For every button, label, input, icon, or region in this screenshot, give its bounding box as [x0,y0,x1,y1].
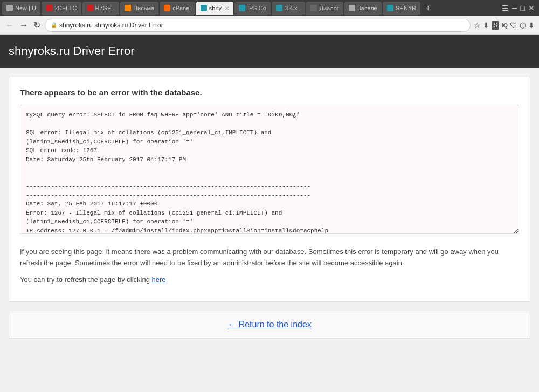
tab-34x-label: 3.4.x - [285,5,301,11]
tab-dialog[interactable]: Диалог [306,2,343,15]
toolbar-icons: ☆ ⬇ S IQ 🛡 ⬡ ⬇ [474,21,535,30]
tab-shnyr-label: SHNYR [396,5,417,11]
shield-icon[interactable]: 🛡 [510,21,517,30]
url-bar[interactable]: 🔒 shnyroks.ru shnyroks.ru Driver Error [45,19,471,32]
return-to-index-link[interactable]: ← Return to the index [227,320,312,329]
page-title: shnyroks.ru Driver Error [9,44,134,58]
tab-shny-label: shny [209,5,222,11]
menu-icon[interactable]: ☰ [502,4,509,12]
tab-ips[interactable]: IPS Co [234,2,271,15]
return-link-text: Return to the index [239,320,312,329]
tab-34x[interactable]: 3.4.x - [272,2,306,15]
tab-ips-label: IPS Co [247,5,266,11]
iq-icon[interactable]: IQ [501,22,508,29]
tab-2cellc-label: 2CELLC [54,5,77,11]
tab-2cellc[interactable]: 2CELLC [42,2,81,15]
tab-shny-close[interactable]: ✕ [225,5,229,11]
forward-button[interactable]: → [18,19,29,31]
return-section: ← Return to the index [9,311,530,339]
return-arrow-icon: ← [227,320,236,329]
new-tab-button[interactable]: + [421,2,434,15]
close-button[interactable]: ✕ [528,4,535,12]
browser-chrome: New | U 2CELLC R7GE - Письма cPanel shny… [0,0,539,35]
url-text: shnyroks.ru shnyroks.ru Driver Error [59,22,163,29]
tab-dialog-label: Диалог [319,5,338,11]
minimize-button[interactable]: ─ [512,4,517,12]
error-log-textarea[interactable] [20,105,519,234]
page-header: shnyroks.ru Driver Error [0,35,539,68]
tab-shny[interactable]: shny ✕ [196,2,233,15]
tab-pisma-label: Письма [133,5,154,11]
description-paragraph-2: You can try to refresh the page by click… [20,274,519,286]
main-error-section: There appears to be an error with the da… [9,77,530,302]
url-favicon: 🔒 [51,22,57,28]
download-arrow-icon[interactable]: ⬇ [483,21,489,30]
extension-icon[interactable]: ⬡ [520,21,526,30]
tab-r7ge-label: R7GE - [95,5,115,11]
error-description: If you are seeing this page, it means th… [20,246,519,285]
error-heading: There appears to be an error with the da… [20,88,519,97]
tab-cpanel-label: cPanel [172,5,191,11]
tab-zayav[interactable]: Заявле [344,2,382,15]
download-manager-icon[interactable]: ⬇ [528,21,535,30]
tab-pisma[interactable]: Письма [120,2,158,15]
tab-cpanel[interactable]: cPanel [160,2,195,15]
shieldsq-icon[interactable]: S [492,21,499,30]
tab-r7ge[interactable]: R7GE - [82,2,120,15]
address-bar: ← → ↻ 🔒 shnyroks.ru shnyroks.ru Driver E… [0,16,539,35]
back-button[interactable]: ← [4,19,15,31]
here-link[interactable]: here [152,276,166,284]
tab-bar: New | U 2CELLC R7GE - Письма cPanel shny… [0,0,539,16]
tab-new-label: New | U [15,5,36,11]
description-paragraph-1: If you are seeing this page, it means th… [20,246,519,269]
description-text-2: You can try to refresh the page by click… [20,276,150,284]
tab-shnyr[interactable]: SHNYR [383,2,421,15]
bookmark-star-icon[interactable]: ☆ [474,21,481,30]
tab-new[interactable]: New | U [2,2,40,15]
tab-zayav-label: Заявле [357,5,377,11]
window-controls: ☰ ─ □ ✕ [502,4,537,12]
refresh-button[interactable]: ↻ [32,19,42,31]
maximize-button[interactable]: □ [521,4,525,12]
